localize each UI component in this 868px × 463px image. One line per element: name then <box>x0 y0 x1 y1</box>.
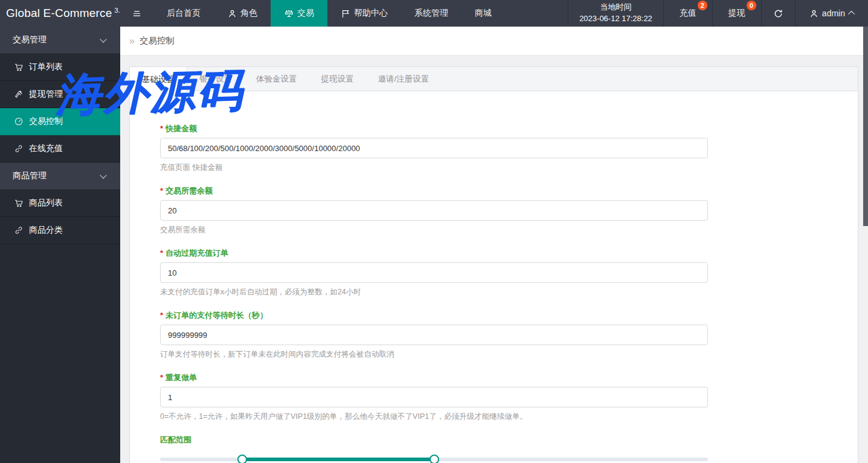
sidebar-group-trade-management[interactable]: 交易管理 <box>0 27 120 54</box>
field-label: *快捷金额 <box>160 124 708 134</box>
user-icon <box>227 8 237 19</box>
sidebar-group-product-management[interactable]: 商品管理 <box>0 163 120 190</box>
tab-basic-settings[interactable]: 基础设置 <box>130 67 187 92</box>
settings-tabs: 基础设置 银行设置 体验金设置 提现设置 邀请/注册设置 <box>130 67 858 91</box>
tab-label: 邀请/注册设置 <box>378 74 429 85</box>
topbar: Global E-Commerce 3.0 后台首页 角色 交易 帮助中心 系统… <box>0 0 868 27</box>
slider-handle-start[interactable] <box>237 455 247 463</box>
recharge-label: 充值 <box>680 8 696 19</box>
sidebar-item-order-list[interactable]: 订单列表 <box>0 54 120 81</box>
gavel-icon <box>14 89 24 99</box>
nav-item-home[interactable]: 后台首页 <box>153 0 214 27</box>
sidebar-item-product-category[interactable]: 商品分类 <box>0 217 120 244</box>
tab-label: 银行设置 <box>199 74 232 85</box>
quick-amount-input[interactable] <box>160 138 708 158</box>
app-logo: Global E-Commerce 3.0 <box>0 0 120 27</box>
breadcrumb-current: 交易控制 <box>140 35 175 47</box>
nav-item-label: 商城 <box>475 8 492 19</box>
local-time-label: 当地时间 <box>600 2 632 13</box>
refresh-icon <box>773 8 783 19</box>
nav-item-help-center[interactable]: 帮助中心 <box>327 0 401 27</box>
slider-handle-end[interactable] <box>429 455 439 463</box>
field-label: *重复做单 <box>160 373 708 383</box>
hamburger-icon <box>132 8 142 19</box>
chevron-up-icon <box>848 11 855 18</box>
payment-wait-time-input[interactable] <box>160 325 708 345</box>
sidebar-item-online-recharge[interactable]: 在线充值 <box>0 135 120 163</box>
topbar-right: 当地时间 2023-06-12 17:28:22 充值 2 提现 0 admin <box>568 0 868 27</box>
chevron-down-icon <box>100 172 106 178</box>
tab-label: 基础设置 <box>142 74 175 85</box>
field-label-text: 未订单的支付等待时长（秒） <box>166 311 268 320</box>
sidebar-group-label: 交易管理 <box>13 34 47 45</box>
link-icon <box>14 144 24 154</box>
link-icon <box>14 225 24 235</box>
scrollbar-thumb[interactable] <box>863 27 868 226</box>
cart-icon <box>14 62 24 72</box>
nav-item-label: 系统管理 <box>414 8 448 19</box>
nav-item-label: 角色 <box>240 8 257 19</box>
basic-settings-form: *快捷金额 充值页面 快捷金额 *交易所需余额 交易所需余额 *自动过期充值订单… <box>130 91 858 463</box>
required-asterisk: * <box>160 124 163 133</box>
field-auto-expire-order: *自动过期充值订单 未支付的充值订单x小时后自动过期，必须为整数，如24小时 <box>160 248 708 297</box>
withdraw-button[interactable]: 提现 0 <box>712 0 761 27</box>
user-icon <box>809 8 819 19</box>
field-hint: 0=不允许，1=允许，如果昨天用户做了VIP1级别的单，那么他今天就做不了VIP… <box>160 412 708 421</box>
required-asterisk: * <box>160 373 163 382</box>
field-hint: 未支付的充值订单x小时后自动过期，必须为整数，如24小时 <box>160 288 708 297</box>
required-asterisk: * <box>160 248 163 257</box>
field-label: *未订单的支付等待时长（秒） <box>160 311 708 320</box>
nav-item-system-management[interactable]: 系统管理 <box>401 0 461 27</box>
nav-item-trade[interactable]: 交易 <box>271 0 327 27</box>
field-match-range: 匹配范围 <box>160 435 708 463</box>
field-repeat-order: *重复做单 0=不允许，1=允许，如果昨天用户做了VIP1级别的单，那么他今天就… <box>160 373 708 421</box>
nav-item-mall[interactable]: 商城 <box>461 0 505 27</box>
required-balance-input[interactable] <box>160 200 708 221</box>
sidebar-item-label: 提现管理 <box>29 89 63 100</box>
tab-withdraw-settings[interactable]: 提现设置 <box>309 67 366 91</box>
tab-invite-register-settings[interactable]: 邀请/注册设置 <box>366 67 442 91</box>
field-label: *交易所需余额 <box>160 186 708 196</box>
field-hint: 订单支付等待时长，新下订单未在此时间内容完成支付将会被自动取消 <box>160 350 708 359</box>
recharge-button[interactable]: 充值 2 <box>663 0 712 27</box>
tab-bank-settings[interactable]: 银行设置 <box>187 67 244 91</box>
sidebar-collapse-button[interactable] <box>120 0 153 27</box>
withdraw-badge: 0 <box>747 1 756 10</box>
field-label: 匹配范围 <box>160 435 708 445</box>
auto-expire-order-input[interactable] <box>160 262 708 283</box>
field-label-text: 快捷金额 <box>166 124 197 133</box>
required-asterisk: * <box>160 311 163 320</box>
nav-item-label: 交易 <box>297 8 314 19</box>
recharge-badge: 2 <box>698 1 707 10</box>
sidebar: 交易管理 订单列表 提现管理 交易控制 在线充值 商品管理 商品列表 商品分类 <box>0 27 120 463</box>
breadcrumb: » 交易控制 <box>120 27 868 56</box>
admin-username: admin <box>822 8 845 18</box>
nav-item-roles[interactable]: 角色 <box>214 0 271 27</box>
page-scrollbar[interactable] <box>863 27 868 463</box>
field-required-balance: *交易所需余额 交易所需余额 <box>160 186 708 235</box>
field-quick-amount: *快捷金额 充值页面 快捷金额 <box>160 124 708 172</box>
field-label-text: 匹配范围 <box>160 435 191 444</box>
flag-icon <box>341 8 351 19</box>
sidebar-item-label: 订单列表 <box>29 62 63 73</box>
refresh-button[interactable] <box>761 0 795 27</box>
sidebar-item-label: 商品分类 <box>29 225 63 236</box>
repeat-order-input[interactable] <box>160 387 708 407</box>
field-payment-wait-time: *未订单的支付等待时长（秒） 订单支付等待时长，新下订单未在此时间内容完成支付将… <box>160 311 708 359</box>
chevron-down-icon <box>100 36 106 42</box>
tab-label: 提现设置 <box>321 74 354 85</box>
withdraw-label: 提现 <box>728 8 745 19</box>
main-content: 基础设置 银行设置 体验金设置 提现设置 邀请/注册设置 *快捷金额 充值页面 … <box>120 56 863 463</box>
field-hint: 交易所需余额 <box>160 225 708 235</box>
sidebar-item-label: 商品列表 <box>29 198 63 209</box>
field-hint: 充值页面 快捷金额 <box>160 163 708 172</box>
slider-fill <box>242 458 434 461</box>
app-name: Global E-Commerce <box>6 7 112 20</box>
sidebar-item-product-list[interactable]: 商品列表 <box>0 190 120 217</box>
tab-trial-fund-settings[interactable]: 体验金设置 <box>244 67 309 91</box>
cart-icon <box>14 198 24 208</box>
sidebar-item-withdraw-management[interactable]: 提现管理 <box>0 81 120 108</box>
nav-item-label: 后台首页 <box>167 8 201 19</box>
sidebar-item-trade-control[interactable]: 交易控制 <box>0 108 120 135</box>
admin-user-menu[interactable]: admin <box>795 0 868 27</box>
